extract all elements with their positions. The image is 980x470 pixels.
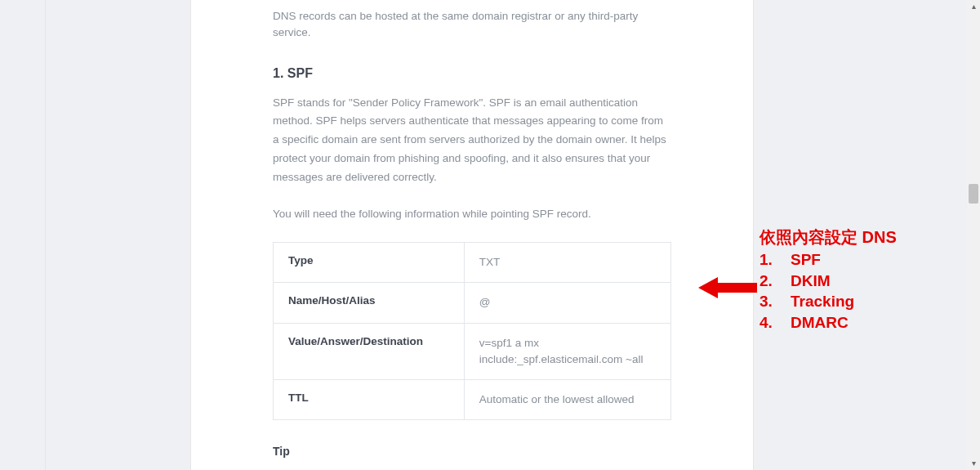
annotation-num: 1. (760, 249, 782, 271)
scroll-up-button[interactable]: ▴ (967, 0, 980, 13)
cell-label: Value/Answer/Destination (274, 323, 465, 380)
table-row: Type TXT (274, 243, 671, 283)
cell-value: TXT (464, 243, 670, 283)
svg-marker-0 (698, 277, 757, 298)
cell-label: Type (274, 243, 465, 283)
section-heading-spf: 1. SPF (273, 66, 671, 81)
left-gutter (0, 0, 46, 470)
spf-description: SPF stands for "Sender Policy Framework"… (273, 94, 671, 188)
annotation-text: Tracking (791, 293, 854, 310)
annotation-text: DMARC (791, 314, 849, 331)
annotation-num: 4. (760, 312, 782, 333)
cell-label: Name/Host/Alias (274, 283, 465, 323)
annotation-item: 4.DMARC (760, 312, 972, 333)
page: DNS records can be hosted at the same do… (0, 0, 980, 470)
annotation-item: 2.DKIM (760, 271, 972, 292)
cell-label: TTL (274, 380, 465, 420)
annotation-text: DKIM (791, 272, 831, 289)
vertical-scrollbar[interactable]: ▴ ▾ (967, 0, 980, 470)
annotation-title: 依照內容設定 DNS (760, 226, 972, 248)
annotation: 依照內容設定 DNS 1.SPF 2.DKIM 3.Tracking 4.DMA… (760, 226, 972, 333)
scroll-thumb[interactable] (969, 184, 978, 204)
cell-value: Automatic or the lowest allowed (464, 380, 670, 420)
annotation-item: 3.Tracking (760, 291, 972, 312)
table-row: TTL Automatic or the lowest allowed (274, 380, 671, 420)
scroll-down-button[interactable]: ▾ (967, 457, 980, 470)
annotation-list: 1.SPF 2.DKIM 3.Tracking 4.DMARC (760, 249, 972, 333)
annotation-num: 3. (760, 291, 782, 312)
intro-text: DNS records can be hosted at the same do… (273, 8, 671, 42)
annotation-text: SPF (791, 251, 821, 268)
dns-table: Type TXT Name/Host/Alias @ Value/Answer/… (273, 242, 671, 420)
arrow-icon (698, 275, 757, 300)
cell-value: @ (464, 283, 670, 323)
cell-value: v=spf1 a mx include:_spf.elasticemail.co… (464, 323, 670, 380)
annotation-item: 1.SPF (760, 249, 972, 271)
content: DNS records can be hosted at the same do… (191, 8, 753, 470)
table-row: Name/Host/Alias @ (274, 283, 671, 323)
document-paper: DNS records can be hosted at the same do… (190, 0, 754, 470)
spf-lead-in: You will need the following information … (273, 205, 671, 224)
annotation-num: 2. (760, 271, 782, 292)
tip-heading: Tip (273, 445, 671, 458)
table-row: Value/Answer/Destination v=spf1 a mx inc… (274, 323, 671, 380)
